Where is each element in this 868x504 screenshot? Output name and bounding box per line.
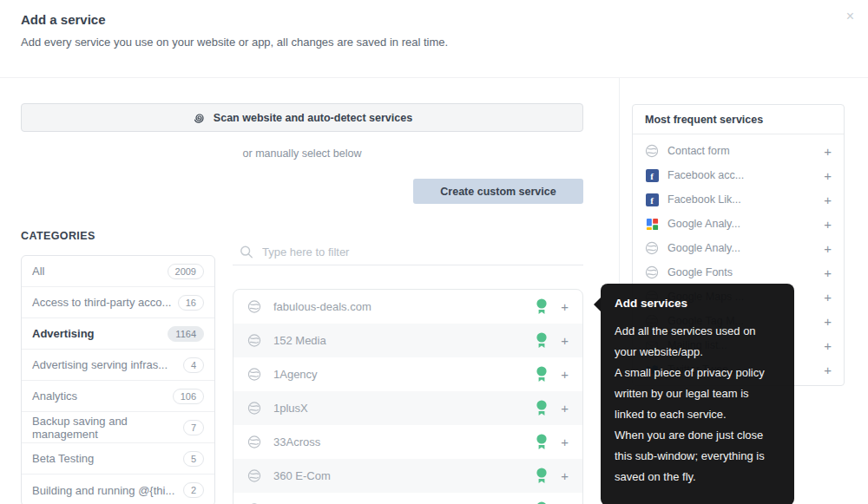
scan-website-button[interactable]: Scan website and auto-detect services [21,103,583,132]
frequent-service-name: Google Fonts [667,266,815,278]
category-label: Building and running @{thi... [32,484,174,497]
or-manually-text: or manually select below [21,147,583,160]
globe-icon [645,241,659,255]
add-frequent-plus-icon[interactable]: + [824,218,832,231]
add-service-plus-icon[interactable]: + [561,300,569,313]
categories-heading: CATEGORIES [21,230,95,242]
service-row[interactable]: 33Across + [233,425,582,459]
service-name: 152 Media [273,334,523,347]
search-icon [240,245,253,259]
add-frequent-plus-icon[interactable]: + [824,266,832,279]
service-row[interactable]: 1Agency + [233,357,582,391]
service-row[interactable]: + [233,493,582,504]
category-count-badge: 5 [183,451,204,467]
service-row[interactable]: 1plusX + [233,391,582,425]
category-item[interactable]: Analytics 106 [22,381,214,412]
category-count-badge: 16 [178,295,204,311]
categories-list: All 2009 Access to third-party acco... 1… [21,255,215,504]
service-row[interactable]: fabulous-deals.com + [233,290,582,324]
tooltip-line: When you are done just close this sub-wi… [615,425,780,488]
tooltip-line: Add all the services used on your websit… [615,321,780,363]
services-list: fabulous-deals.com + 152 Media + 1Agency… [233,289,583,504]
service-row[interactable]: 360 E-Com + [233,459,582,493]
globe-icon [247,435,261,449]
service-row[interactable]: 152 Media + [233,324,582,357]
category-label: All [32,265,44,278]
category-item[interactable]: Backup saving and management 7 [22,412,214,443]
tooltip-title: Add services [615,297,780,310]
page-title: Add a service [21,12,448,27]
close-icon[interactable]: × [846,10,854,23]
add-service-plus-icon[interactable]: + [561,435,569,448]
category-item[interactable]: Access to third-party acco... 16 [22,287,214,318]
globe-icon [247,469,261,483]
category-label: Advertising serving infras... [32,358,168,371]
add-frequent-plus-icon[interactable]: + [824,145,832,158]
category-count-badge: 2009 [168,264,204,279]
category-label: Beta Testing [32,452,94,465]
category-item[interactable]: Advertising serving infras... 4 [22,350,214,381]
category-label: Analytics [32,389,77,403]
award-ribbon-icon [535,469,549,483]
tooltip-arrow-icon [594,298,601,311]
scan-spiral-icon [192,111,206,125]
award-ribbon-icon [535,300,549,314]
frequent-service-row[interactable]: Google Analy... + [633,236,844,260]
add-service-plus-icon[interactable]: + [561,469,569,482]
globe-icon [645,144,659,158]
award-ribbon-icon [535,435,549,449]
service-name: 33Across [273,435,523,448]
tooltip-line: A small piece of privacy policy written … [615,363,780,425]
add-frequent-plus-icon[interactable]: + [824,291,832,304]
add-frequent-plus-icon[interactable]: + [824,339,832,352]
award-ribbon-icon [535,368,549,382]
add-frequent-plus-icon[interactable]: + [824,193,832,206]
add-service-plus-icon[interactable]: + [561,402,569,415]
category-label: Access to third-party acco... [32,296,171,309]
globe-icon [247,300,261,314]
globe-icon [247,402,261,416]
service-name: fabulous-deals.com [273,300,523,313]
add-frequent-plus-icon[interactable]: + [824,242,832,255]
service-name: 1Agency [273,368,523,381]
frequent-service-row[interactable]: Google Fonts + [633,260,844,285]
add-frequent-plus-icon[interactable]: + [824,169,832,182]
frequent-service-name: Google Analy... [667,218,815,230]
frequent-service-row[interactable]: Google Analy... + [633,212,844,236]
service-name: 360 E-Com [273,469,523,482]
category-label: Backup saving and management [32,415,183,441]
filter-input[interactable] [262,245,576,259]
page-subtitle: Add every service you use on your websit… [21,36,448,49]
frequent-service-name: Contact form [667,145,815,157]
add-frequent-plus-icon[interactable]: + [824,315,832,328]
frequent-service-name: Google Analy... [667,242,815,254]
globe-icon [645,265,659,279]
scan-button-label: Scan website and auto-detect services [214,112,412,124]
category-item[interactable]: Beta Testing 5 [22,443,214,475]
category-item[interactable]: Building and running @{thi... 2 [22,475,214,504]
facebook-icon: f [645,193,659,206]
add-service-plus-icon[interactable]: + [561,368,569,381]
frequent-service-name: Facebook acc... [667,169,815,181]
facebook-icon: f [645,168,659,182]
add-services-tooltip: Add services Add all the services used o… [601,284,794,504]
category-count-badge: 2 [183,482,204,498]
dialog-header: Add a service Add every service you use … [21,12,448,49]
category-count-badge: 106 [173,389,204,404]
filter-bar [233,239,583,265]
frequent-service-row[interactable]: Contact form + [633,139,844,163]
frequent-service-row[interactable]: f Facebook Lik... + [633,187,844,212]
category-item-advertising-selected[interactable]: Advertising 1164 [22,318,214,350]
add-frequent-plus-icon[interactable]: + [824,363,832,376]
frequent-service-row[interactable]: f Facebook acc... + [633,163,844,187]
globe-icon [247,368,261,382]
frequent-service-name: Facebook Lik... [667,193,815,206]
category-label: Advertising [32,327,95,340]
category-count-badge: 7 [183,420,204,435]
add-service-plus-icon[interactable]: + [561,334,569,347]
service-name: 1plusX [273,402,523,415]
category-item-all[interactable]: All 2009 [22,256,214,287]
create-custom-service-button[interactable]: Create custom service [413,179,583,204]
award-ribbon-icon [535,402,549,416]
most-frequent-heading: Most frequent services [633,105,844,134]
